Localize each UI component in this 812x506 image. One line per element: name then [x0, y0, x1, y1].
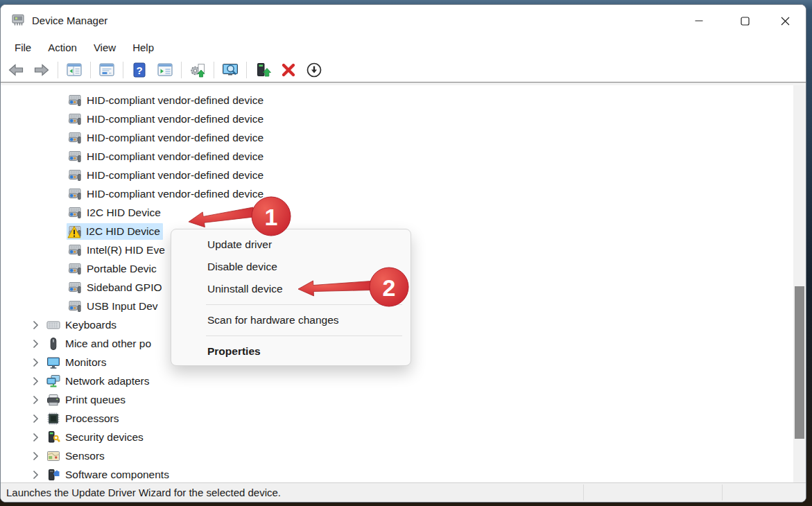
- expand-chevron-icon[interactable]: [28, 449, 42, 463]
- software-component-icon: [46, 468, 60, 482]
- toolbar-separator: [246, 62, 247, 78]
- sensors-icon: [46, 449, 60, 463]
- menu-help[interactable]: Help: [124, 39, 162, 56]
- tree-item-hid-device[interactable]: HID-compliant vendor-defined device: [1, 128, 793, 147]
- hid-device-icon: [68, 243, 82, 257]
- properties-button[interactable]: [97, 60, 116, 80]
- menu-file[interactable]: File: [6, 39, 40, 56]
- context-menu-separator: [171, 331, 411, 340]
- back-button[interactable]: [6, 60, 26, 80]
- keyboard-icon: [46, 318, 60, 332]
- forward-icon: [33, 61, 51, 79]
- expand-chevron-icon[interactable]: [28, 430, 42, 444]
- menu-view[interactable]: View: [85, 39, 124, 56]
- statusbar: Launches the Update Driver Wizard for th…: [1, 482, 806, 502]
- menu-action[interactable]: Action: [40, 39, 85, 56]
- scrollbar-thumb[interactable]: [795, 286, 804, 439]
- processor-icon: [46, 412, 60, 426]
- close-icon: [781, 17, 790, 26]
- expand-chevron-icon[interactable]: [28, 374, 42, 388]
- tree-category-network-adapters[interactable]: Network adapters: [1, 372, 793, 390]
- context-menu-item-uninstall-device[interactable]: Uninstall device: [171, 278, 411, 300]
- context-menu-item-properties[interactable]: Properties: [171, 340, 411, 363]
- context-menu: Update driver Disable device Uninstall d…: [171, 229, 411, 366]
- tree-category-security-devices[interactable]: Security devices: [1, 428, 793, 446]
- tree-item-hid-device[interactable]: HID-compliant vendor-defined device: [1, 147, 793, 166]
- security-device-icon: [46, 430, 60, 444]
- toolbar-separator: [90, 62, 91, 78]
- expand-chevron-icon[interactable]: [28, 356, 42, 369]
- toolbar-separator: [214, 62, 214, 78]
- hid-device-icon: [68, 150, 82, 164]
- tree-item-hid-device[interactable]: HID-compliant vendor-defined device: [1, 184, 793, 203]
- forward-button[interactable]: [32, 60, 51, 80]
- update-driver-button[interactable]: [253, 60, 273, 80]
- tree-item-i2c-hid-device[interactable]: I2C HID Device: [1, 203, 793, 222]
- expand-chevron-icon[interactable]: [28, 468, 42, 482]
- uninstall-device-button[interactable]: [279, 60, 298, 80]
- menubar: File Action View Help: [1, 37, 806, 58]
- selection-highlight: I2C HID Device: [67, 223, 163, 240]
- hid-device-icon: [68, 112, 82, 126]
- scan-hardware-changes-button[interactable]: [188, 60, 207, 80]
- show-console-tree-button[interactable]: [64, 60, 84, 80]
- window-title: Device Manager: [32, 15, 107, 26]
- help-button[interactable]: [130, 60, 149, 80]
- tree-category-processors[interactable]: Processors: [1, 409, 793, 428]
- update-driver-icon: [254, 61, 272, 79]
- hid-device-icon: [68, 168, 82, 182]
- toolbar-separator: [58, 62, 58, 78]
- hid-device-icon: [68, 299, 82, 313]
- scan-hardware-icon: [189, 61, 207, 79]
- monitor-icon: [46, 356, 60, 369]
- toolbar-separator: [181, 62, 182, 78]
- tree-item-hid-device[interactable]: HID-compliant vendor-defined device: [1, 166, 793, 184]
- minimize-icon: [695, 17, 703, 25]
- tree-category-print-queues[interactable]: Print queues: [1, 390, 793, 409]
- remote-computer-button[interactable]: [221, 60, 240, 80]
- tree-category-software-components[interactable]: Software components: [1, 465, 793, 484]
- disable-device-button[interactable]: [304, 60, 324, 80]
- action-pane-icon: [156, 61, 174, 79]
- tree-item-hid-device[interactable]: HID-compliant vendor-defined device: [1, 91, 793, 110]
- help-icon: [130, 61, 148, 79]
- network-adapter-icon: [46, 374, 60, 388]
- hid-device-icon: [68, 206, 82, 220]
- maximize-icon: [741, 17, 750, 26]
- expand-chevron-icon[interactable]: [28, 412, 42, 426]
- hid-device-icon: [68, 131, 82, 145]
- context-menu-item-update-driver[interactable]: Update driver: [171, 234, 411, 256]
- vertical-scrollbar[interactable]: [793, 85, 806, 484]
- hid-device-warning-icon: [68, 225, 82, 238]
- tree-category-sensors[interactable]: Sensors: [1, 446, 793, 465]
- hid-device-icon: [68, 262, 82, 276]
- remote-computer-icon: [221, 61, 239, 79]
- context-menu-item-scan-hardware-changes[interactable]: Scan for hardware changes: [171, 309, 411, 331]
- hid-device-icon: [68, 94, 82, 107]
- tree-item-hid-device[interactable]: HID-compliant vendor-defined device: [1, 110, 793, 128]
- statusbar-separator: [583, 485, 584, 500]
- context-menu-item-disable-device[interactable]: Disable device: [171, 256, 411, 278]
- expand-chevron-icon[interactable]: [28, 318, 42, 332]
- show-action-pane-button[interactable]: [155, 60, 175, 80]
- console-tree-icon: [65, 61, 83, 79]
- uninstall-x-icon: [279, 61, 297, 79]
- status-text: Launches the Update Driver Wizard for th…: [6, 487, 281, 498]
- titlebar: Device Manager: [1, 5, 806, 37]
- disable-device-icon: [305, 61, 323, 79]
- desktop-background: Device Manager File Action View Help: [0, 0, 812, 506]
- close-button[interactable]: [766, 9, 804, 33]
- toolbar: [1, 58, 806, 82]
- back-icon: [7, 61, 25, 79]
- maximize-button[interactable]: [725, 9, 764, 33]
- warning-triangle-icon: [67, 225, 81, 239]
- toolbar-separator: [123, 62, 123, 78]
- hid-device-icon: [68, 281, 82, 295]
- context-menu-separator: [171, 300, 411, 309]
- mouse-icon: [46, 337, 60, 351]
- expand-chevron-icon[interactable]: [28, 337, 42, 351]
- printer-icon: [46, 393, 60, 407]
- minimize-button[interactable]: [680, 9, 718, 33]
- hid-device-icon: [68, 187, 82, 201]
- expand-chevron-icon[interactable]: [28, 393, 42, 407]
